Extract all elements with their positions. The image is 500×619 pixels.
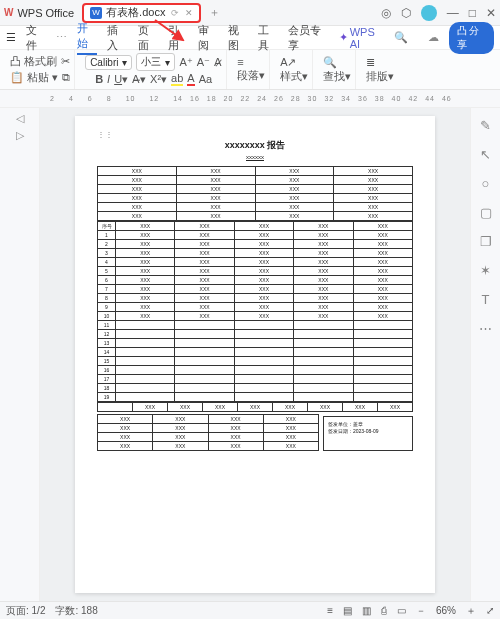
- pen-tool-icon[interactable]: ✎: [480, 118, 491, 133]
- word-doc-icon: W: [90, 7, 102, 19]
- header-table[interactable]: XXXXXXXXXXXXXXXXXXXXXXXXXXXXXXXXXXXXXXXX…: [97, 166, 413, 221]
- share-button[interactable]: 凸分享: [449, 22, 494, 54]
- font-color-icon[interactable]: A: [187, 72, 194, 86]
- doc-subtitle[interactable]: xxxxxx: [97, 154, 413, 160]
- cloud-icon[interactable]: ☁: [428, 31, 439, 44]
- status-bar: 页面: 1/2 字数: 188 ≡ ▤ ▥ ⎙ ▭ － 66% ＋ ⤢: [0, 601, 500, 619]
- doc-title[interactable]: xxxxxxxx 报告: [97, 139, 413, 152]
- star-tool-icon[interactable]: ✶: [480, 263, 491, 278]
- bold-icon[interactable]: B: [95, 73, 103, 85]
- paste-button[interactable]: 📋 粘贴 ▾: [10, 70, 58, 85]
- square-tool-icon[interactable]: ▢: [480, 205, 492, 220]
- zoom-in-button[interactable]: ＋: [466, 604, 476, 618]
- view-print-icon[interactable]: ⎙: [381, 605, 387, 616]
- footer-table[interactable]: XXXXXXXXXXXXXXXXXXXXXXXXXXXXXXXXXXXXXXXX…: [97, 414, 319, 451]
- menu-bar: ☰ 文件 ⋯ 开始 插入 页面 引用 审阅 视图 工具 会员专享 ✦WPS AI…: [0, 26, 500, 50]
- zoom-level[interactable]: 66%: [436, 605, 456, 616]
- format-brush-button[interactable]: 凸 格式刷: [10, 54, 57, 69]
- avatar[interactable]: [421, 5, 437, 21]
- more-tool-icon[interactable]: ⋯: [479, 321, 492, 336]
- clear-format-icon[interactable]: A̷: [214, 56, 222, 69]
- view-grid-icon[interactable]: ▥: [362, 605, 371, 616]
- view-doc-icon[interactable]: ▤: [343, 605, 352, 616]
- dots-icon[interactable]: ⋯: [56, 31, 67, 44]
- left-nav-gutter: ◁ ▷: [0, 108, 40, 601]
- hamburger-icon[interactable]: ☰: [6, 31, 16, 44]
- cursor-tool-icon[interactable]: ↖: [480, 147, 491, 162]
- file-menu[interactable]: 文件: [26, 23, 46, 53]
- cut-icon[interactable]: ✂: [61, 55, 70, 68]
- styles-group: A↗样式▾: [276, 50, 313, 89]
- page-indicator[interactable]: 页面: 1/2: [6, 604, 45, 618]
- serial-table[interactable]: 序号XXXXXXXXXXXXXXX1XXXXXXXXXXXXXXX2XXXXXX…: [97, 221, 413, 402]
- maximize-button[interactable]: □: [469, 6, 476, 20]
- italic-icon[interactable]: I: [107, 73, 110, 85]
- circle-tool-icon[interactable]: ○: [482, 176, 490, 191]
- paragraph-button[interactable]: ≡段落▾: [237, 56, 265, 83]
- page[interactable]: ⋮⋮ xxxxxxxx 报告 xxxxxx XXXXXXXXXXXXXXXXXX…: [75, 116, 435, 593]
- tab-label: 有表格.docx: [106, 5, 165, 20]
- case-icon[interactable]: Aa: [199, 73, 212, 85]
- font-size-select[interactable]: 小三▾: [136, 53, 175, 71]
- signature-box[interactable]: 签发单位：盖章 签发日期：2023-08-09: [323, 416, 413, 451]
- tab-view[interactable]: 视图: [228, 23, 248, 53]
- title-bar: W WPS Office W 有表格.docx ⟳ ✕ ＋ ◎ ⬡ — □ ✕: [0, 0, 500, 26]
- underline-icon[interactable]: U▾: [114, 73, 128, 86]
- app-logo: W: [4, 7, 13, 18]
- fullscreen-button[interactable]: ⤢: [486, 605, 494, 616]
- tab-review[interactable]: 审阅: [198, 23, 218, 53]
- styles-button[interactable]: A↗样式▾: [280, 56, 308, 84]
- tab-tools[interactable]: 工具: [258, 23, 278, 53]
- word-count[interactable]: 字数: 188: [55, 604, 97, 618]
- workspace: ◁ ▷ ⋮⋮ xxxxxxxx 报告 xxxxxx XXXXXXXXXXXXXX…: [0, 108, 500, 601]
- view-menu-icon[interactable]: ≡: [327, 605, 333, 616]
- increase-font-icon[interactable]: A⁺: [179, 56, 192, 69]
- find-group: 🔍查找▾: [319, 50, 356, 89]
- copy-icon[interactable]: ⧉: [62, 71, 70, 84]
- find-button[interactable]: 🔍查找▾: [323, 56, 351, 84]
- new-tab-button[interactable]: ＋: [209, 5, 220, 20]
- tab-reference[interactable]: 引用: [168, 23, 188, 53]
- minimize-button[interactable]: —: [447, 6, 459, 20]
- tab-insert[interactable]: 插入: [107, 23, 127, 53]
- summary-table[interactable]: XXXXXXXXXXXXXXXXXXXXXXXX: [97, 402, 413, 412]
- app-name: WPS Office: [17, 7, 74, 19]
- clipboard-group: 凸 格式刷✂ 📋 粘贴 ▾⧉: [6, 50, 75, 89]
- nav-next-icon[interactable]: ▷: [16, 129, 24, 142]
- tab-member[interactable]: 会员专享: [288, 23, 328, 53]
- zoom-out-button[interactable]: －: [416, 604, 426, 618]
- close-button[interactable]: ✕: [486, 6, 496, 20]
- highlight-icon[interactable]: ab: [171, 72, 183, 86]
- view-read-icon[interactable]: ▭: [397, 605, 406, 616]
- layout-button[interactable]: ≣排版▾: [366, 56, 394, 84]
- font-family-select[interactable]: Calibri▾: [85, 55, 132, 70]
- font-group: Calibri▾ 小三▾ A⁺ A⁻ A̷ B I U▾ A̶▾ X²▾ ab …: [81, 50, 227, 89]
- cube-icon[interactable]: ⬡: [401, 6, 411, 20]
- layers-tool-icon[interactable]: ❐: [480, 234, 492, 249]
- super-sub-icon[interactable]: X²▾: [150, 73, 167, 86]
- wps-ai-button[interactable]: ✦WPS AI: [339, 26, 384, 50]
- ribbon-toolbar: 凸 格式刷✂ 📋 粘贴 ▾⧉ Calibri▾ 小三▾ A⁺ A⁻ A̷ B I…: [0, 50, 500, 90]
- document-tab[interactable]: W 有表格.docx ⟳ ✕: [82, 3, 201, 23]
- tab-page[interactable]: 页面: [138, 23, 158, 53]
- right-toolbar: ✎ ↖ ○ ▢ ❐ ✶ T ⋯: [470, 108, 500, 601]
- document-canvas[interactable]: ⋮⋮ xxxxxxxx 报告 xxxxxx XXXXXXXXXXXXXXXXXX…: [40, 108, 470, 601]
- nav-prev-icon[interactable]: ◁: [16, 112, 24, 125]
- text-tool-icon[interactable]: T: [482, 292, 490, 307]
- decrease-font-icon[interactable]: A⁻: [197, 56, 210, 69]
- paragraph-group: ≡段落▾: [233, 50, 270, 89]
- tab-refresh-icon[interactable]: ⟳: [171, 8, 179, 18]
- horizontal-ruler[interactable]: 2468101214161820222426283032343638404244…: [0, 90, 500, 108]
- layout-group: ≣排版▾: [362, 50, 398, 89]
- target-icon[interactable]: ◎: [381, 6, 391, 20]
- strike-icon[interactable]: A̶▾: [132, 73, 146, 86]
- tab-close-icon[interactable]: ✕: [185, 8, 193, 18]
- search-icon[interactable]: 🔍: [394, 31, 408, 44]
